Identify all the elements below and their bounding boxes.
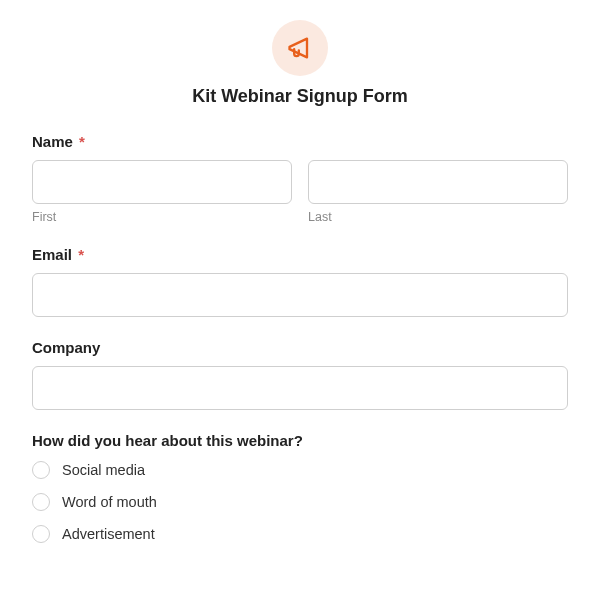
referral-option: Word of mouth [32,493,568,511]
email-required-mark: * [78,246,84,263]
referral-radio-social[interactable] [32,461,50,479]
signup-form: Kit Webinar Signup Form Name * First Las… [0,0,600,543]
referral-option: Advertisement [32,525,568,543]
last-name-input[interactable] [308,160,568,204]
form-title: Kit Webinar Signup Form [32,86,568,107]
name-required-mark: * [79,133,85,150]
first-name-input[interactable] [32,160,292,204]
email-label: Email * [32,246,568,263]
referral-radio-label[interactable]: Advertisement [62,526,155,542]
referral-radio-label[interactable]: Word of mouth [62,494,157,510]
first-name-sublabel: First [32,210,292,224]
email-field-block: Email * [32,246,568,317]
email-input[interactable] [32,273,568,317]
name-field-block: Name * First Last [32,133,568,224]
form-icon-wrap [32,20,568,76]
referral-label: How did you hear about this webinar? [32,432,568,449]
company-label: Company [32,339,568,356]
referral-radio-advertisement[interactable] [32,525,50,543]
referral-field-block: How did you hear about this webinar? Soc… [32,432,568,543]
name-label: Name * [32,133,568,150]
megaphone-icon [272,20,328,76]
referral-radio-word[interactable] [32,493,50,511]
referral-radio-group: Social media Word of mouth Advertisement [32,461,568,543]
company-input[interactable] [32,366,568,410]
last-name-sublabel: Last [308,210,568,224]
referral-radio-label[interactable]: Social media [62,462,145,478]
name-label-text: Name [32,133,73,150]
referral-option: Social media [32,461,568,479]
email-label-text: Email [32,246,72,263]
company-field-block: Company [32,339,568,410]
